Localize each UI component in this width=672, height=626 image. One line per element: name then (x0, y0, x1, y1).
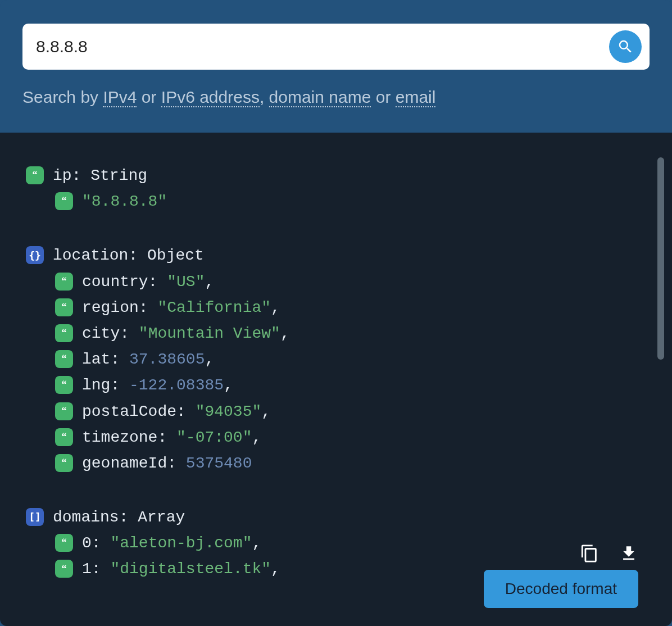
json-key: domains (53, 509, 119, 526)
string-icon: “ (55, 192, 73, 210)
hint-ipv4[interactable]: IPv4 (103, 88, 137, 107)
search-bar (22, 24, 650, 70)
json-value-row[interactable]: “ "8.8.8.8" (55, 189, 650, 215)
string-icon: “ (55, 273, 73, 291)
json-prop-row[interactable]: “geonameId: 5375480 (55, 451, 650, 477)
json-key: country: (82, 273, 167, 291)
json-value: "-07:00" (176, 429, 252, 446)
json-prop-row[interactable]: “city: "Mountain View", (55, 321, 650, 347)
json-value: "8.8.8.8" (82, 189, 167, 215)
json-prop-row[interactable]: “country: "US", (55, 269, 650, 295)
hint-email[interactable]: email (396, 88, 436, 107)
string-icon: “ (55, 376, 73, 394)
json-key: ip (53, 167, 72, 184)
json-type: Array (138, 509, 185, 526)
string-icon: “ (55, 350, 73, 368)
hint-domain[interactable]: domain name (269, 88, 371, 107)
json-key: timezone: (82, 429, 176, 446)
json-type: Object (147, 247, 204, 264)
json-key: lng: (82, 376, 129, 394)
search-section: Search by IPv4 or IPv6 address, domain n… (0, 0, 672, 133)
json-node-location: {} location: Object “country: "US",“regi… (26, 243, 650, 477)
json-key-row[interactable]: {} location: Object (26, 243, 650, 269)
string-icon: “ (55, 454, 73, 472)
json-key-row[interactable]: [] domains: Array (26, 505, 650, 530)
json-key: postalCode: (82, 403, 196, 420)
json-type: String (90, 167, 147, 184)
json-prop-row[interactable]: “lng: -122.08385, (55, 373, 650, 398)
copy-icon[interactable] (580, 544, 599, 563)
json-value: "aleton-bj.com" (110, 534, 252, 552)
json-key: region: (82, 299, 157, 316)
json-prop-row[interactable]: “region: "California", (55, 295, 650, 321)
json-node-ip: “ ip: String “ "8.8.8.8" (26, 163, 650, 215)
string-icon: “ (55, 298, 73, 316)
json-value: "California" (157, 299, 271, 316)
string-icon: “ (55, 560, 73, 578)
array-icon: [] (26, 508, 44, 526)
hint-ipv6[interactable]: IPv6 address (161, 88, 260, 107)
results-section: “ ip: String “ "8.8.8.8" {} location: Ob… (0, 133, 672, 626)
json-value: "digitalsteel.tk" (110, 560, 271, 578)
hint-prefix: Search by (22, 88, 103, 106)
json-value: -122.08385 (129, 376, 224, 394)
json-value: 37.38605 (129, 351, 205, 368)
json-key: location (53, 247, 128, 264)
json-prop-row[interactable]: “postalCode: "94035", (55, 399, 650, 425)
scrollbar[interactable] (657, 157, 664, 360)
search-icon (617, 38, 634, 55)
json-value: "US" (167, 273, 205, 291)
json-key-row[interactable]: “ ip: String (26, 163, 650, 189)
string-icon: “ (55, 428, 73, 446)
string-icon: “ (55, 534, 73, 552)
decoded-format-button[interactable]: Decoded format (484, 570, 638, 608)
json-prop-row[interactable]: “lat: 37.38605, (55, 347, 650, 373)
json-index: 0: (82, 534, 110, 552)
object-icon: {} (26, 246, 44, 264)
json-value: 5375480 (186, 455, 252, 472)
search-button[interactable] (609, 30, 642, 63)
result-actions (580, 544, 638, 563)
json-key: lat: (82, 351, 129, 368)
json-index: 1: (82, 560, 110, 578)
json-key: geonameId: (82, 455, 186, 472)
string-icon: “ (55, 402, 73, 420)
json-value: "Mountain View" (139, 325, 280, 342)
json-array-item[interactable]: “0: "aleton-bj.com", (55, 530, 650, 556)
json-value: "94035" (196, 403, 262, 420)
json-key: city: (82, 325, 139, 342)
search-hint: Search by IPv4 or IPv6 address, domain n… (22, 88, 650, 107)
string-icon: “ (55, 324, 73, 342)
json-prop-row[interactable]: “timezone: "-07:00", (55, 425, 650, 451)
string-icon: “ (26, 166, 44, 184)
download-icon[interactable] (619, 544, 638, 563)
search-input[interactable] (36, 37, 609, 56)
